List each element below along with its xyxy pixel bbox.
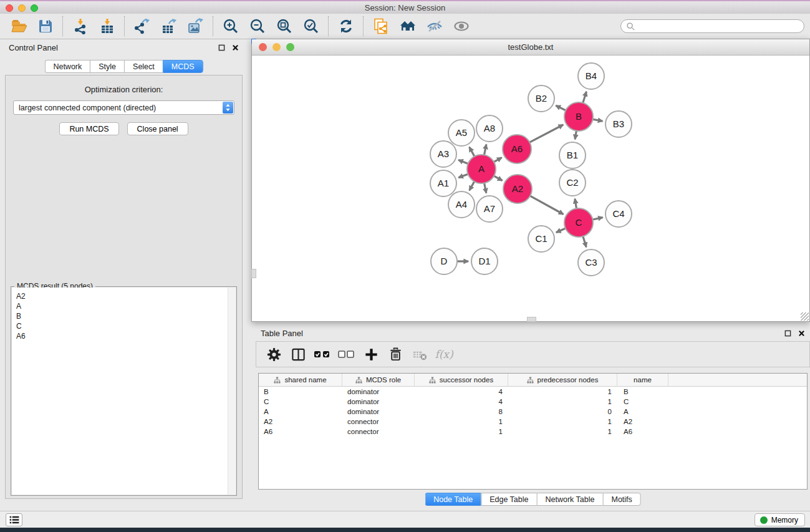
network-graph[interactable]: AA1A2A3A4A5A6A7A8BB1B2B3B4CC1C2C3C4DD1 — [252, 56, 809, 321]
home-button[interactable] — [394, 15, 421, 37]
table-tab-network-table[interactable]: Network Table — [537, 493, 603, 506]
zoom-out-button[interactable] — [244, 15, 271, 37]
hide-graphics-button[interactable] — [421, 15, 448, 37]
vertical-scroll-thumb[interactable] — [251, 269, 256, 278]
node-C4[interactable]: C4 — [605, 201, 632, 227]
column-header-successor-nodes[interactable]: successor nodes — [415, 374, 508, 386]
network-close-button[interactable] — [259, 43, 267, 51]
export-table-button[interactable] — [155, 15, 182, 37]
node-C[interactable]: C — [564, 208, 593, 237]
gear-button[interactable] — [263, 343, 285, 365]
minimize-window-button[interactable] — [18, 4, 26, 12]
table-row[interactable]: Bdominator41B — [259, 387, 807, 397]
resize-grip[interactable] — [801, 312, 809, 321]
node-B[interactable]: B — [564, 102, 593, 131]
node-A[interactable]: A — [467, 155, 496, 183]
result-item[interactable]: A6 — [16, 331, 236, 341]
close-table-panel-button[interactable] — [798, 330, 805, 337]
node-A1[interactable]: A1 — [430, 170, 456, 196]
close-window-button[interactable] — [6, 4, 13, 12]
import-table-button[interactable] — [94, 15, 120, 37]
table-row[interactable]: A2connector11A2 — [259, 417, 807, 427]
split-columns-button[interactable] — [287, 343, 309, 365]
save-session-button[interactable] — [32, 15, 59, 37]
export-image-button[interactable] — [182, 15, 209, 37]
run-mcds-button[interactable]: Run MCDS — [59, 122, 118, 135]
edge-A6-B[interactable] — [529, 125, 564, 143]
network-window-titlebar[interactable]: testGlobe.txt — [252, 39, 809, 56]
network-zoom-button[interactable] — [286, 43, 294, 51]
edge-B-B4[interactable] — [582, 92, 586, 104]
column-header-name[interactable]: name — [617, 374, 668, 386]
node-B2[interactable]: B2 — [528, 85, 554, 112]
import-network-button[interactable] — [67, 15, 94, 37]
table-panel-title: Table Panel — [261, 329, 303, 338]
zoom-window-button[interactable] — [31, 4, 38, 12]
node-A5[interactable]: A5 — [448, 120, 475, 146]
hide-graphics-icon — [427, 18, 443, 34]
node-C2[interactable]: C2 — [559, 170, 586, 196]
search-box[interactable] — [620, 19, 804, 33]
float-panel-button[interactable] — [218, 44, 225, 51]
result-item[interactable]: A2 — [16, 291, 236, 301]
tab-network[interactable]: Network — [44, 60, 90, 73]
select-stepper-icon[interactable] — [223, 102, 233, 114]
node-D[interactable]: D — [431, 248, 457, 274]
check-pair-button[interactable] — [311, 343, 334, 365]
result-item[interactable]: A — [16, 301, 236, 311]
result-scrollbar[interactable] — [228, 288, 236, 495]
delete-column-button[interactable] — [384, 343, 407, 365]
zoom-fit-button[interactable] — [271, 15, 297, 37]
node-C1[interactable]: C1 — [528, 226, 554, 252]
close-panel-button[interactable] — [232, 44, 239, 51]
node-A6[interactable]: A6 — [503, 135, 531, 163]
table-row[interactable]: Adominator80A — [259, 407, 807, 417]
svg-text:A3: A3 — [438, 148, 449, 159]
uncheck-pair-button[interactable] — [335, 343, 358, 365]
node-B3[interactable]: B3 — [605, 111, 632, 137]
tab-select[interactable]: Select — [124, 60, 163, 73]
node-B1[interactable]: B1 — [559, 142, 586, 168]
edge-A2-C[interactable] — [529, 195, 563, 214]
horizontal-scroll-thumb[interactable] — [527, 317, 536, 322]
refresh-layout-button[interactable] — [332, 15, 359, 37]
column-header-MCDS-role[interactable]: MCDS role — [342, 374, 415, 386]
node-D1[interactable]: D1 — [471, 248, 498, 274]
float-table-panel-button[interactable] — [784, 330, 791, 337]
node-A4[interactable]: A4 — [448, 191, 475, 218]
table-row[interactable]: Cdominator41C — [259, 397, 807, 407]
tab-style[interactable]: Style — [90, 60, 124, 73]
zoom-in-button[interactable] — [217, 15, 244, 37]
column-header-predecessor-nodes[interactable]: predecessor nodes — [508, 374, 617, 386]
column-header-shared-name[interactable]: shared name — [259, 374, 342, 386]
add-column-button[interactable] — [360, 343, 382, 365]
network-minimize-button[interactable] — [272, 43, 281, 51]
node-A2[interactable]: A2 — [503, 175, 532, 203]
result-item[interactable]: C — [16, 321, 236, 331]
node-A8[interactable]: A8 — [476, 115, 503, 142]
tab-mcds[interactable]: MCDS — [163, 60, 203, 73]
criterion-select[interactable]: largest connected component (directed) — [13, 100, 234, 115]
node-A7[interactable]: A7 — [476, 196, 503, 222]
node-B4[interactable]: B4 — [578, 63, 604, 89]
node-C3[interactable]: C3 — [578, 249, 604, 276]
network-canvas[interactable]: AA1A2A3A4A5A6A7A8BB1B2B3B4CC1C2C3C4DD1 — [252, 56, 809, 321]
svg-text:A2: A2 — [512, 183, 523, 194]
memory-button[interactable]: Memory — [755, 513, 805, 526]
result-item[interactable]: B — [16, 311, 236, 321]
table-tab-motifs[interactable]: Motifs — [602, 493, 640, 506]
open-file-button[interactable] — [5, 15, 32, 37]
svg-text:A: A — [478, 163, 485, 174]
table-row[interactable]: A6connector11A6 — [259, 427, 807, 437]
export-network-button[interactable] — [128, 15, 155, 37]
table-tab-edge-table[interactable]: Edge Table — [481, 493, 536, 506]
task-history-button[interactable] — [6, 513, 22, 526]
close-panel-action-button[interactable]: Close panel — [127, 122, 188, 135]
table-tab-node-table[interactable]: Node Table — [425, 493, 481, 506]
node-A3[interactable]: A3 — [430, 141, 456, 167]
zoom-selected-button[interactable] — [297, 15, 324, 37]
show-graphics-button[interactable] — [448, 15, 475, 37]
search-input[interactable] — [639, 22, 799, 31]
network-file-button[interactable] — [367, 15, 394, 37]
mcds-result-list[interactable]: A2ABCA6 — [12, 288, 236, 495]
